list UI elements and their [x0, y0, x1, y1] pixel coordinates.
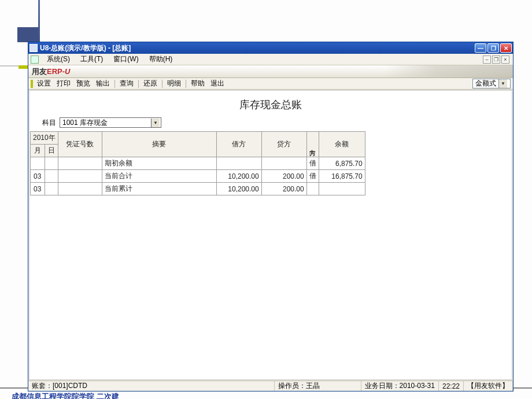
- menu-help[interactable]: 帮助(H): [145, 54, 178, 65]
- toolbar-separator: [186, 80, 186, 88]
- mdi-controls: – ❐ ×: [483, 56, 511, 64]
- table-cell: 200.00: [261, 170, 306, 183]
- col-debit: 借方: [216, 132, 261, 157]
- status-vendor: 【用友软件】: [464, 381, 513, 391]
- table-cell: [319, 183, 365, 195]
- brand-erp: ERP-: [47, 67, 65, 76]
- table-row[interactable]: 03当前累计10,200.00200.00: [31, 183, 365, 195]
- toolbar-accent-icon: [31, 80, 33, 88]
- table-cell: [31, 157, 45, 170]
- brand-u8-icon: U: [65, 67, 70, 76]
- tool-exit[interactable]: 退出: [208, 78, 227, 89]
- table-cell: [45, 157, 58, 170]
- subject-label: 科目: [42, 118, 56, 128]
- status-account-set: 账套：[001]CDTD: [28, 381, 275, 391]
- table-cell: [45, 170, 58, 183]
- tool-settings[interactable]: 设置: [34, 78, 54, 89]
- footer-watermark: 成都信息工程学院院学院 二次建: [12, 391, 119, 399]
- tool-help[interactable]: 帮助: [188, 78, 208, 89]
- toolbar-separator: [138, 80, 139, 88]
- col-year: 2010年: [31, 132, 58, 145]
- tool-print[interactable]: 打印: [54, 78, 73, 89]
- status-operator: 操作员：王晶: [275, 381, 361, 391]
- table-cell: [58, 183, 102, 195]
- window-title: U8-总账(演示/教学版) - [总账]: [40, 43, 474, 53]
- table-cell: [58, 170, 102, 183]
- app-icon: [29, 44, 38, 52]
- table-cell: [58, 157, 102, 170]
- content-area: 库存现金总账 科目 1001 库存现金 ▼ 2010年 凭证号数 摘要 借方: [29, 90, 512, 380]
- table-cell: 借: [306, 170, 319, 183]
- subject-value: 1001 库存现金: [62, 118, 108, 128]
- report-title: 库存现金总账: [29, 91, 512, 116]
- table-cell: 16,875.70: [319, 170, 365, 183]
- status-biz-date: 业务日期：2010-03-31: [361, 381, 439, 391]
- col-balance: 余额: [319, 132, 365, 157]
- menu-window[interactable]: 窗口(W): [109, 54, 143, 65]
- mdi-minimize-button[interactable]: –: [483, 56, 491, 64]
- table-cell: 当前合计: [102, 170, 216, 183]
- brand-bar: 用友ERP-U: [28, 65, 513, 78]
- chevron-down-icon: ▼: [151, 119, 160, 127]
- table-cell: 当前累计: [102, 183, 216, 195]
- col-voucher: 凭证号数: [58, 132, 102, 157]
- decoration-line: [38, 0, 40, 42]
- footer-separator: [0, 387, 28, 389]
- menu-system[interactable]: 系统(S): [42, 54, 75, 65]
- menu-tools[interactable]: 工具(T): [76, 54, 108, 65]
- toolbar-separator: [114, 80, 115, 88]
- ledger-table: 2010年 凭证号数 摘要 借方 贷方 方向 余额 月 日 期初余额借6,875…: [30, 131, 365, 195]
- subject-dropdown[interactable]: 1001 库存现金 ▼: [60, 117, 161, 128]
- col-month: 月: [31, 145, 45, 157]
- titlebar[interactable]: U8-总账(演示/教学版) - [总账] — ❐ ✕: [28, 42, 513, 54]
- subject-row: 科目 1001 库存现金 ▼: [29, 116, 512, 131]
- table-cell: [45, 183, 58, 195]
- tool-query[interactable]: 查询: [117, 78, 136, 89]
- table-row[interactable]: 03当前合计10,200.00200.00借16,875.70: [31, 170, 365, 183]
- table-cell: [261, 157, 306, 170]
- table-cell: [216, 157, 261, 170]
- menubar: 系统(S) 工具(T) 窗口(W) 帮助(H) – ❐ ×: [28, 54, 513, 65]
- brand-logo-text: 用友ERP-U: [32, 66, 70, 77]
- statusbar: 账套：[001]CDTD 操作员：王晶 业务日期：2010-03-31 22:2…: [28, 380, 513, 391]
- table-cell: 03: [31, 170, 45, 183]
- tool-detail[interactable]: 明细: [164, 78, 184, 89]
- decoration-block: [17, 27, 38, 42]
- col-day: 日: [45, 145, 58, 157]
- table-cell: 10,200.00: [216, 183, 261, 195]
- table-cell: 200.00: [261, 183, 306, 195]
- mdi-close-button[interactable]: ×: [501, 56, 509, 64]
- toolbar: 设置 打印 预览 输出 查询 还原 明细 帮助 退出 金额式 ▼: [28, 78, 513, 90]
- brand-decoration: [386, 65, 513, 77]
- table-cell: [306, 183, 319, 195]
- col-credit: 贷方: [261, 132, 306, 157]
- close-button[interactable]: ✕: [500, 43, 512, 53]
- minimize-button[interactable]: —: [475, 43, 486, 53]
- brand-prefix: 用友: [32, 67, 47, 76]
- app-window: U8-总账(演示/教学版) - [总账] — ❐ ✕ 系统(S) 工具(T) 窗…: [28, 42, 513, 391]
- table-cell: 03: [31, 183, 45, 195]
- table-cell: 6,875.70: [319, 157, 365, 170]
- table-row[interactable]: 期初余额借6,875.70: [31, 157, 365, 170]
- col-summary: 摘要: [102, 132, 216, 157]
- tool-restore[interactable]: 还原: [141, 78, 160, 89]
- table-cell: 借: [306, 157, 319, 170]
- tool-preview[interactable]: 预览: [73, 78, 93, 89]
- col-direction: 方向: [306, 132, 319, 157]
- tool-export[interactable]: 输出: [93, 78, 113, 89]
- maximize-button[interactable]: ❐: [487, 43, 499, 53]
- toolbar-separator: [162, 80, 162, 88]
- status-time: 22:22: [439, 381, 464, 391]
- chevron-down-icon: ▼: [498, 79, 507, 88]
- amount-mode-dropdown[interactable]: 金额式 ▼: [472, 79, 511, 88]
- decoration-accent: [19, 65, 28, 69]
- table-cell: 10,200.00: [216, 170, 261, 183]
- mdi-restore-button[interactable]: ❐: [492, 56, 500, 64]
- mdi-icon[interactable]: [31, 56, 39, 64]
- table-cell: 期初余额: [102, 157, 216, 170]
- amount-mode-value: 金额式: [475, 79, 496, 88]
